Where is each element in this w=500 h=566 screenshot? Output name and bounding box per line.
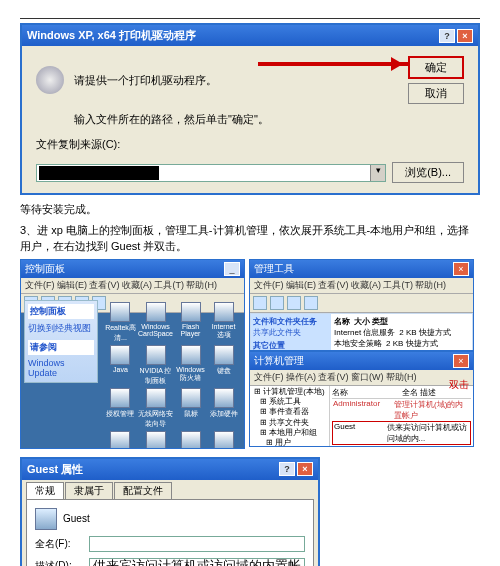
tree-node[interactable]: ⊞ 用户 <box>252 438 327 446</box>
adm-title: 管理工具 <box>254 262 294 276</box>
tab-profile[interactable]: 配置文件 <box>114 482 172 499</box>
close-icon[interactable]: × <box>457 29 473 43</box>
guest-name: Guest <box>63 513 90 524</box>
user-row[interactable]: Administrator管理计算机(域)的内置帐户 <box>332 399 471 421</box>
desc-label: 描述(D): <box>35 559 83 567</box>
user-row[interactable]: HelpAssistant远程桌面助手帐户 提供远程协助的帐户 <box>332 445 471 447</box>
control-panel-window: 控制面板 _ 文件(F) 编辑(E) 查看(V) 收藏(A) 工具(T) 帮助(… <box>20 259 245 449</box>
user-icon <box>35 508 57 530</box>
cp-icon[interactable]: Flash Player <box>175 302 206 343</box>
guest-title: Guest 属性 <box>27 462 83 477</box>
admin-tools-window: 管理工具× 文件(F) 编辑(E) 查看(V) 收藏(A) 工具(T) 帮助(H… <box>249 259 474 351</box>
cp-icon[interactable]: Windows 防火墙 <box>175 345 206 386</box>
mgmt-list: 名称全名 描述 Administrator管理计算机(域)的内置帐户Guest供… <box>330 386 473 447</box>
tab-general[interactable]: 常规 <box>26 482 64 499</box>
adm-item[interactable]: 本地安全策略2 KB 快捷方式 <box>333 338 470 349</box>
cp-icon[interactable]: 用户帐户 <box>138 431 173 449</box>
other-hdr: 其它位置 <box>253 340 329 351</box>
cp-icon[interactable]: 管理工具 <box>175 431 206 449</box>
step3-text: 3、进 xp 电脑上的控制面板，管理工具-计算机管理，依次展开系统工具-本地用户… <box>20 222 480 255</box>
dbl-click-label: 双击 <box>449 378 469 392</box>
tree-node[interactable]: ⊞ 本地用户和组 <box>252 428 327 438</box>
close-icon[interactable]: × <box>453 354 469 368</box>
tree-node[interactable]: ⊞ 计算机管理(本地) <box>252 387 327 397</box>
min-icon[interactable]: _ <box>224 262 240 276</box>
share-link[interactable]: 共享此文件夹 <box>253 327 329 338</box>
cp-icon[interactable]: Java <box>105 345 136 386</box>
tree-node[interactable]: ⊞ 共享文件夹 <box>252 418 327 428</box>
path-combo[interactable]: ▾ <box>36 164 386 182</box>
fullname-input[interactable] <box>89 536 305 552</box>
close-icon[interactable]: × <box>297 462 313 476</box>
guest-properties-dialog: Guest 属性 ?× 常规 隶属于 配置文件 Guest 全名(F): 描述(… <box>20 457 320 567</box>
cp-menu[interactable]: 文件(F) 编辑(E) 查看(V) 收藏(A) 工具(T) 帮助(H) <box>21 278 244 294</box>
cp-icon[interactable]: 无线网络安装向导 <box>138 388 173 429</box>
cp-icon[interactable]: Internet 选项 <box>208 302 239 343</box>
cp-title: 控制面板 <box>25 262 65 276</box>
cancel-button[interactable]: 取消 <box>408 83 464 104</box>
ok-button[interactable]: 确定 <box>408 56 464 79</box>
disk-icon <box>36 66 64 94</box>
fullname-label: 全名(F): <box>35 537 83 551</box>
cp-icon[interactable]: NVIDIA 控制面板 <box>138 345 173 386</box>
cp-icon[interactable]: 授权管理 <box>105 388 136 429</box>
adm-item[interactable]: Internet 信息服务2 KB 快捷方式 <box>333 327 470 338</box>
col-name: 名称 <box>332 387 402 398</box>
prompt-text: 请提供一个打印机驱动程序。 <box>74 73 217 88</box>
mgmt-tree[interactable]: ⊞ 计算机管理(本地)⊞ 系统工具⊞ 事件查看器⊞ 共享文件夹⊞ 本地用户和组⊞… <box>250 386 330 447</box>
cp-icon-grid: Realtek高清...Windows CardSpaceFlash Playe… <box>103 300 241 445</box>
cp-side-hdr: 控制面板 <box>28 304 94 319</box>
cp-icon[interactable]: 鼠标 <box>175 388 206 429</box>
mgmt-menu[interactable]: 文件(F) 操作(A) 查看(V) 窗口(W) 帮助(H) <box>250 370 473 386</box>
source-label: 文件复制来源(C): <box>36 137 464 152</box>
col-desc: 全名 描述 <box>402 387 436 398</box>
wait-text: 等待安装完成。 <box>20 201 480 218</box>
red-arrow <box>258 62 408 66</box>
computer-mgmt-window: 计算机管理× 文件(F) 操作(A) 查看(V) 窗口(W) 帮助(H) 双击 … <box>249 351 474 447</box>
cp-icon[interactable]: 声音 <box>208 431 239 449</box>
instruction-text: 输入文件所在的路径，然后单击"确定"。 <box>74 112 464 127</box>
cp-icon[interactable]: 键盘 <box>208 345 239 386</box>
tab-member[interactable]: 隶属于 <box>65 482 113 499</box>
adm-menu[interactable]: 文件(F) 编辑(E) 查看(V) 收藏(A) 工具(T) 帮助(H) <box>250 278 473 294</box>
cp-icon[interactable]: 显示 <box>105 431 136 449</box>
cp-icon[interactable]: Windows CardSpace <box>138 302 173 343</box>
wu-link[interactable]: Windows Update <box>28 357 94 379</box>
cp-icon[interactable]: Realtek高清... <box>105 302 136 343</box>
dialog-title: Windows XP, x64 打印机驱动程序 <box>27 28 196 43</box>
cp-icon[interactable]: 添加硬件 <box>208 388 239 429</box>
see-also-hdr: 请参阅 <box>28 340 94 355</box>
close-icon[interactable]: × <box>453 262 469 276</box>
mgmt-title: 计算机管理 <box>254 354 304 368</box>
user-row[interactable]: Guest供来宾访问计算机或访问域的内... <box>332 421 471 445</box>
tree-node[interactable]: ⊞ 事件查看器 <box>252 407 327 417</box>
help-icon[interactable]: ? <box>439 29 455 43</box>
task-hdr: 文件和文件夹任务 <box>253 316 329 327</box>
cp-sidebar: 控制面板 切换到经典视图 请参阅 Windows Update <box>24 300 98 383</box>
titlebar: Windows XP, x64 打印机驱动程序 ? × <box>22 25 478 46</box>
switch-view-link[interactable]: 切换到经典视图 <box>28 321 94 336</box>
browse-button[interactable]: 浏览(B)... <box>392 162 464 183</box>
driver-dialog: Windows XP, x64 打印机驱动程序 ? × 请提供一个打印机驱动程序… <box>20 23 480 195</box>
desc-input[interactable] <box>89 558 305 567</box>
help-icon[interactable]: ? <box>279 462 295 476</box>
tree-node[interactable]: ⊞ 系统工具 <box>252 397 327 407</box>
